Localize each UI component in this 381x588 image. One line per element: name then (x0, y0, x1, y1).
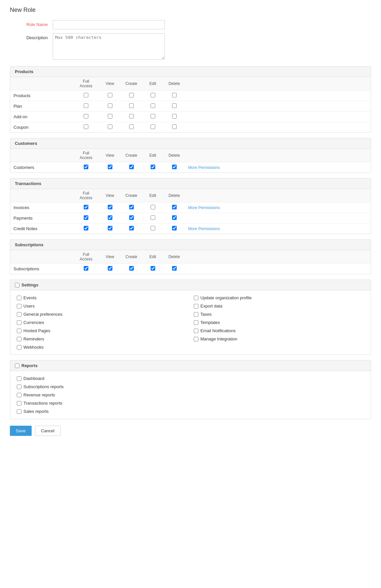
reports-checkbox[interactable] (17, 393, 21, 397)
settings-checkbox[interactable] (17, 320, 21, 325)
settings-checkbox[interactable] (194, 304, 198, 308)
perm-create-checkbox[interactable] (129, 114, 134, 119)
reports-item-label: Subscriptions reports (23, 384, 64, 389)
settings-checkbox[interactable] (17, 312, 21, 317)
more-permissions-link[interactable]: More Permissions (185, 162, 371, 173)
perm-edit-checkbox[interactable] (151, 114, 155, 119)
table-row: InvoicesMore Permissions (10, 202, 371, 213)
perm-view-cell (99, 91, 121, 101)
perm-view-cell (99, 112, 121, 122)
perm-view-checkbox[interactable] (108, 93, 112, 97)
perm-create-checkbox[interactable] (129, 205, 134, 209)
perm-edit-checkbox[interactable] (151, 93, 155, 97)
products-col-create: Create (121, 77, 142, 91)
row-label: Payments (10, 213, 73, 224)
perm-create-checkbox[interactable] (129, 165, 134, 169)
perm-view-checkbox[interactable] (108, 103, 112, 108)
reports-item: Transactions reports (17, 400, 364, 407)
perm-create-checkbox[interactable] (129, 124, 134, 129)
perm-edit-checkbox[interactable] (151, 215, 155, 220)
perm-delete-checkbox[interactable] (172, 205, 177, 209)
perm-create-checkbox[interactable] (129, 93, 134, 97)
settings-master-checkbox[interactable] (15, 283, 19, 287)
perm-delete-checkbox[interactable] (172, 93, 177, 97)
reports-item: Sales reports (17, 408, 364, 415)
perm-edit-checkbox[interactable] (151, 165, 155, 169)
perm-view-checkbox[interactable] (108, 226, 112, 230)
more-permissions-link[interactable]: More Permissions (185, 202, 371, 213)
perm-full-checkbox[interactable] (84, 93, 88, 97)
settings-checkbox[interactable] (194, 296, 198, 300)
perm-edit-checkbox[interactable] (151, 103, 155, 108)
perm-delete-checkbox[interactable] (172, 226, 177, 230)
perm-full-checkbox[interactable] (84, 205, 88, 209)
subscriptions-title: Subscriptions (15, 242, 44, 247)
perm-create-checkbox[interactable] (129, 226, 134, 230)
perm-full-checkbox[interactable] (84, 215, 88, 220)
save-button[interactable]: Save (10, 426, 32, 436)
settings-checkbox[interactable] (17, 296, 21, 300)
perm-view-checkbox[interactable] (108, 205, 112, 209)
perm-create-checkbox[interactable] (129, 215, 134, 220)
settings-checkbox[interactable] (17, 345, 21, 350)
perm-delete-checkbox[interactable] (172, 215, 177, 220)
perm-edit-cell (142, 213, 163, 224)
perm-create-checkbox[interactable] (129, 103, 134, 108)
reports-checkbox[interactable] (17, 401, 21, 406)
perm-view-checkbox[interactable] (108, 165, 112, 169)
settings-item-label: Hosted Pages (23, 328, 50, 333)
settings-checkbox[interactable] (194, 337, 198, 341)
settings-section: Settings EventsUpdate organization profi… (10, 280, 371, 355)
description-label: Description (10, 33, 53, 40)
perm-edit-checkbox[interactable] (151, 124, 155, 129)
settings-checkbox[interactable] (194, 329, 198, 333)
perm-edit-checkbox[interactable] (151, 226, 155, 230)
perm-full-checkbox[interactable] (84, 226, 88, 230)
perm-delete-checkbox[interactable] (172, 114, 177, 119)
perm-create-checkbox[interactable] (129, 266, 134, 271)
more-permissions-empty (185, 122, 371, 133)
settings-item: Manage Integration (194, 335, 364, 342)
perm-delete-checkbox[interactable] (172, 103, 177, 108)
products-col-delete: Delete (163, 77, 185, 91)
perm-full-cell (73, 264, 99, 274)
reports-checkbox[interactable] (17, 409, 21, 414)
perm-delete-checkbox[interactable] (172, 165, 177, 169)
reports-checkbox[interactable] (17, 385, 21, 389)
perm-view-cell (99, 264, 121, 274)
settings-checkbox[interactable] (17, 329, 21, 333)
perm-delete-checkbox[interactable] (172, 124, 177, 129)
settings-checkbox[interactable] (194, 312, 198, 317)
reports-master-checkbox[interactable] (15, 363, 19, 368)
perm-edit-checkbox[interactable] (151, 266, 155, 271)
role-name-input[interactable] (53, 20, 165, 29)
perm-full-checkbox[interactable] (84, 103, 88, 108)
perm-edit-checkbox[interactable] (151, 205, 155, 209)
cancel-button[interactable]: Cancel (35, 426, 61, 436)
perm-view-checkbox[interactable] (108, 215, 112, 220)
settings-checkbox[interactable] (17, 337, 21, 341)
products-col-view: View (99, 77, 121, 91)
products-title: Products (15, 69, 33, 74)
more-permissions-link[interactable]: More Permissions (185, 224, 371, 234)
perm-full-checkbox[interactable] (84, 165, 88, 169)
table-row: Payments (10, 213, 371, 224)
reports-item: Revenue reports (17, 391, 364, 398)
perm-view-checkbox[interactable] (108, 124, 112, 129)
settings-checkbox[interactable] (17, 304, 21, 308)
perm-view-checkbox[interactable] (108, 114, 112, 119)
products-header: Products (10, 67, 371, 77)
reports-checkbox[interactable] (17, 376, 21, 381)
perm-full-checkbox[interactable] (84, 124, 88, 129)
perm-delete-checkbox[interactable] (172, 266, 177, 271)
perm-full-checkbox[interactable] (84, 266, 88, 271)
perm-view-cell (99, 224, 121, 234)
settings-checkbox[interactable] (194, 320, 198, 325)
products-col-edit: Edit (142, 77, 163, 91)
perm-delete-cell (163, 162, 185, 173)
perm-create-cell (121, 213, 142, 224)
table-row: Plan (10, 101, 371, 112)
description-input[interactable] (53, 33, 165, 60)
perm-view-checkbox[interactable] (108, 266, 112, 271)
perm-full-checkbox[interactable] (84, 114, 88, 119)
